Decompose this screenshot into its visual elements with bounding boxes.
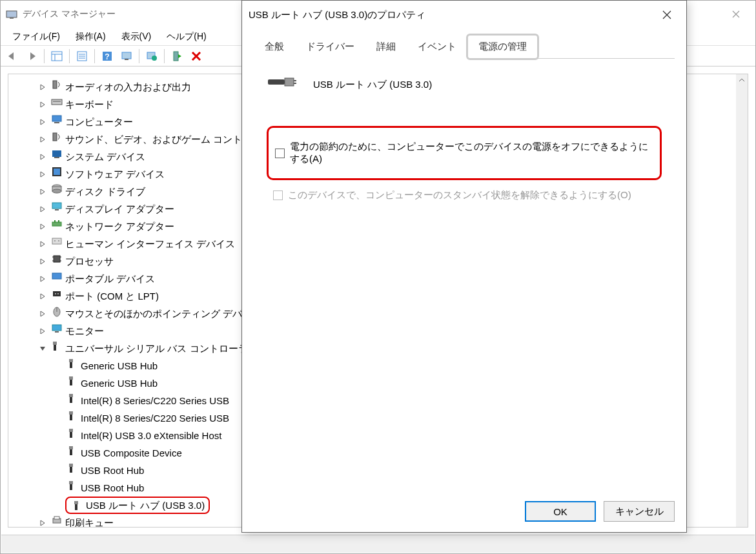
toolbar-enable-button[interactable] bbox=[168, 48, 186, 65]
tree-item-label: システム デバイス bbox=[65, 151, 145, 162]
scrollbar-vertical[interactable] bbox=[736, 74, 748, 527]
display-icon bbox=[51, 201, 63, 212]
hid-icon bbox=[51, 236, 63, 247]
properties-dialog: USB ルート ハブ (USB 3.0)のプロパティ 全般 ドライバー 詳細 イ… bbox=[241, 0, 687, 533]
tree-expand-icon[interactable] bbox=[39, 293, 50, 300]
svg-rect-61 bbox=[69, 429, 73, 432]
svg-rect-43 bbox=[53, 291, 61, 296]
app-icon bbox=[6, 8, 17, 20]
usb-item-icon bbox=[66, 358, 78, 369]
tree-expand-icon[interactable] bbox=[39, 345, 50, 352]
menu-action[interactable]: 操作(A) bbox=[68, 28, 114, 45]
speaker-icon bbox=[51, 131, 63, 143]
svg-rect-63 bbox=[69, 446, 73, 449]
keyboard-icon bbox=[51, 96, 63, 108]
svg-rect-19 bbox=[52, 116, 61, 121]
printer-icon bbox=[51, 515, 63, 526]
tree-expand-icon[interactable] bbox=[39, 520, 50, 526]
svg-rect-23 bbox=[54, 157, 59, 158]
toolbar-separator bbox=[44, 49, 45, 63]
usb-item-icon bbox=[66, 375, 78, 387]
tab-general[interactable]: 全般 bbox=[254, 35, 295, 59]
tree-item-label: マウスとそのほかのポインティング デバイス bbox=[65, 308, 261, 319]
usb-item-icon bbox=[66, 445, 78, 457]
toolbar-showhide-button[interactable] bbox=[48, 48, 66, 65]
tree-expand-icon[interactable] bbox=[39, 223, 50, 230]
window-close-button[interactable] bbox=[721, 5, 750, 24]
toolbar-properties-button[interactable] bbox=[73, 48, 91, 65]
mouse-icon bbox=[51, 305, 63, 317]
toolbar-uninstall-button[interactable] bbox=[187, 48, 205, 65]
svg-rect-55 bbox=[69, 376, 73, 380]
software-icon bbox=[51, 166, 63, 178]
svg-rect-22 bbox=[52, 150, 61, 157]
usb-item-icon bbox=[66, 427, 78, 439]
tree-item-label: Generic USB Hub bbox=[81, 378, 158, 389]
svg-rect-31 bbox=[52, 222, 61, 226]
svg-rect-29 bbox=[52, 203, 61, 209]
svg-rect-65 bbox=[69, 464, 73, 467]
svg-rect-42 bbox=[52, 273, 61, 279]
tree-expand-icon[interactable] bbox=[39, 84, 50, 90]
tree-expand-icon[interactable] bbox=[39, 101, 50, 108]
svg-point-44 bbox=[55, 293, 56, 294]
dialog-close-button[interactable] bbox=[654, 5, 680, 25]
svg-rect-11 bbox=[122, 52, 131, 59]
svg-rect-33 bbox=[58, 220, 59, 222]
svg-rect-1 bbox=[10, 17, 14, 19]
cancel-button[interactable]: キャンセル bbox=[604, 501, 675, 522]
tree-expand-icon[interactable] bbox=[39, 154, 50, 160]
svg-rect-73 bbox=[285, 78, 294, 86]
svg-rect-16 bbox=[53, 81, 57, 88]
svg-rect-34 bbox=[52, 238, 61, 244]
tree-item-label: ポート (COM と LPT) bbox=[65, 291, 159, 302]
ok-button[interactable]: OK bbox=[525, 501, 596, 522]
usb-item-icon bbox=[72, 500, 83, 511]
monitor-icon bbox=[51, 323, 63, 334]
menu-file[interactable]: ファイル(F) bbox=[5, 28, 68, 45]
device-name-label: USB ルート ハブ (USB 3.0) bbox=[313, 79, 432, 91]
tree-item-label: ネットワーク アダプター bbox=[65, 221, 174, 232]
tree-item-label: USB Root Hub bbox=[81, 482, 144, 493]
tree-expand-icon[interactable] bbox=[39, 311, 50, 317]
toolbar-forward-button[interactable] bbox=[23, 48, 41, 65]
toolbar-back-button[interactable] bbox=[3, 48, 21, 65]
tab-events[interactable]: イベント bbox=[407, 35, 467, 59]
tree-expand-icon[interactable] bbox=[39, 206, 50, 212]
svg-point-28 bbox=[52, 189, 61, 193]
tree-expand-icon[interactable] bbox=[39, 136, 50, 143]
tab-driver[interactable]: ドライバー bbox=[295, 35, 365, 59]
svg-rect-21 bbox=[53, 133, 57, 141]
toolbar-separator bbox=[139, 49, 139, 63]
tree-expand-icon[interactable] bbox=[39, 189, 50, 195]
tree-expand-icon[interactable] bbox=[39, 258, 50, 265]
menu-help[interactable]: ヘルプ(H) bbox=[159, 28, 214, 45]
toolbar-help-button[interactable]: ? bbox=[98, 48, 116, 65]
menu-view[interactable]: 表示(V) bbox=[114, 28, 159, 45]
svg-rect-67 bbox=[69, 481, 73, 484]
tree-expand-icon[interactable] bbox=[39, 276, 50, 282]
tree-item-label: ディスク ドライブ bbox=[65, 186, 145, 197]
usb-icon bbox=[51, 340, 63, 352]
toolbar-scan-button[interactable] bbox=[117, 48, 136, 65]
tree-item-label: ディスプレイ アダプター bbox=[65, 203, 174, 214]
checkbox-allow-power-off[interactable]: 電力の節約のために、コンピューターでこのデバイスの電源をオフにできるようにする(… bbox=[275, 141, 653, 165]
dialog-titlebar: USB ルート ハブ (USB 3.0)のプロパティ bbox=[242, 1, 686, 29]
usb-item-icon bbox=[66, 462, 78, 474]
tree-expand-icon[interactable] bbox=[39, 119, 50, 125]
toolbar-update-button[interactable] bbox=[143, 48, 161, 65]
toolbar-separator bbox=[164, 49, 165, 63]
tab-details[interactable]: 詳細 bbox=[365, 35, 407, 59]
tree-expand-icon[interactable] bbox=[39, 328, 50, 334]
checkbox-icon bbox=[273, 190, 283, 200]
tree-item-label: Intel(R) 8 Series/C220 Series USB bbox=[81, 395, 229, 406]
usb-item-icon bbox=[66, 410, 78, 422]
svg-rect-32 bbox=[54, 220, 56, 222]
tree-item-label: Generic USB Hub bbox=[81, 360, 158, 371]
tab-power-management[interactable]: 電源の管理 bbox=[466, 34, 539, 60]
portable-icon bbox=[51, 271, 63, 282]
tree-item-label: コンピューター bbox=[65, 116, 133, 127]
tree-expand-icon[interactable] bbox=[39, 171, 50, 178]
computer-icon bbox=[51, 114, 63, 125]
tree-expand-icon[interactable] bbox=[39, 241, 50, 247]
